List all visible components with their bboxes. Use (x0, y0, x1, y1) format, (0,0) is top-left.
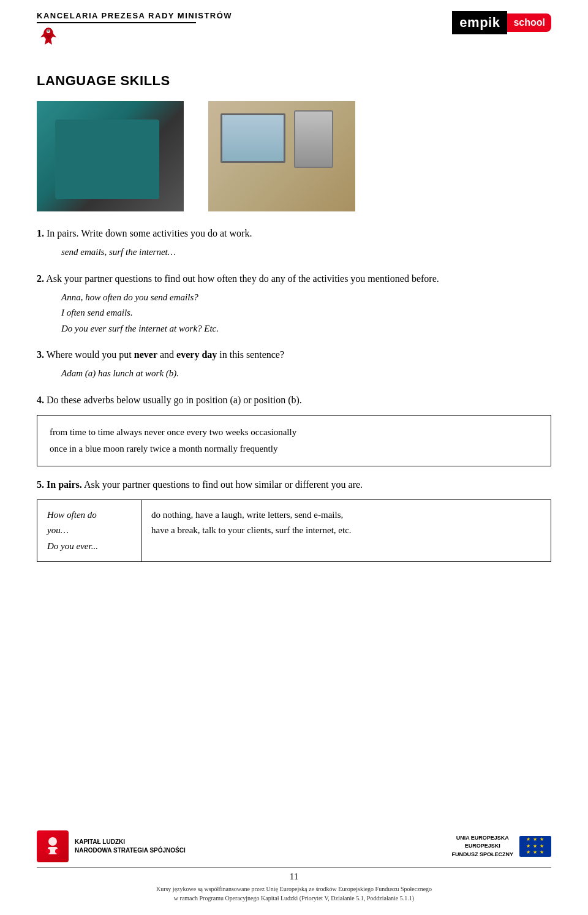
ex4-num: 4. (37, 395, 44, 405)
ex2-num: 2. (37, 273, 44, 284)
eu-flag: ★ ★ ★★ ★ ★★ ★ ★ (519, 836, 551, 857)
kapital-text: KAPITAŁ LUDZKI NARODOWA STRATEGIA SPÓJNO… (75, 838, 186, 855)
ex5-text: In pairs. Ask your partner questions to … (47, 479, 363, 490)
page-title: LANGUAGE SKILLS (37, 73, 551, 89)
kapital-line1: KAPITAŁ LUDZKI (75, 838, 186, 846)
empik-logo: empik school (452, 11, 551, 34)
ex2-line1: Anna, how often do you send emails? (61, 290, 551, 306)
cell-right-line1: do nothing, have a laugh, write letters,… (151, 510, 343, 520)
exercise-3: 3. Where would you put never and every d… (37, 347, 551, 382)
exercise-2-question: 2. Ask your partner questions to find ou… (37, 271, 551, 286)
cell-left-line3: Do you ever... (47, 541, 98, 551)
eagle-icon (37, 25, 60, 48)
ue-text: UNIA EUROPEJSKA EUROPEJSKI FUNDUSZ SPOŁE… (451, 834, 513, 859)
kapital-ludzki-logo: KAPITAŁ LUDZKI NARODOWA STRATEGIA SPÓJNO… (37, 830, 186, 862)
mouse-image (37, 101, 184, 211)
ex3-example: Adam (a) has lunch at work (b). (61, 366, 551, 382)
exercise-5-question: 5. In pairs. Ask your partner questions … (37, 477, 551, 492)
exercise-5: 5. In pairs. Ask your partner questions … (37, 477, 551, 563)
computer-image (208, 101, 355, 211)
kapital-symbol (42, 835, 64, 857)
ue-line1: UNIA EUROPEJSKA (451, 834, 513, 843)
header: KANCELARIA PREZESA RADY MINISTRÓW empik … (37, 0, 551, 55)
exercise-1: 1. In pairs. Write down some activities … (37, 226, 551, 260)
ex5-num: 5. (37, 479, 44, 490)
images-row (37, 101, 551, 211)
page-number: 11 (37, 871, 551, 882)
header-left: KANCELARIA PREZESA RADY MINISTRÓW (37, 11, 232, 48)
ex1-text: In pairs. Write down some activities you… (47, 228, 252, 238)
cell-right-line2: have a break, talk to your clients, surf… (151, 525, 352, 535)
exercise-4: 4. Do these adverbs below usually go in … (37, 393, 551, 466)
exercise-1-question: 1. In pairs. Write down some activities … (37, 226, 551, 241)
exercise-2: 2. Ask your partner questions to find ou… (37, 271, 551, 337)
ex3-text: Where would you put never and every day … (47, 349, 284, 360)
kapital-line2: NARODOWA STRATEGIA SPÓJNOŚCI (75, 846, 186, 855)
empik-text: empik (452, 11, 507, 34)
svg-point-8 (48, 837, 57, 846)
table-cell-left: How often do you… Do you ever... (37, 499, 141, 562)
adverbs-line1: from time to time always never once ever… (50, 424, 538, 441)
svg-point-6 (47, 29, 50, 32)
pair-table: How often do you… Do you ever... do noth… (37, 499, 551, 563)
table-cell-right: do nothing, have a laugh, write letters,… (141, 499, 551, 562)
adverbs-line2: once in a blue moon rarely twice a month… (50, 441, 538, 457)
ex2-text: Ask your partner questions to find out h… (46, 273, 439, 284)
adverbs-box: from time to time always never once ever… (37, 415, 551, 466)
cell-left-line1: How often do (47, 510, 97, 520)
exercise-4-question: 4. Do these adverbs below usually go in … (37, 393, 551, 408)
ex2-line3: Do you ever surf the internet at work? E… (61, 321, 551, 337)
ue-line3: FUNDUSZ SPOŁECZNY (451, 851, 513, 859)
ex1-num: 1. (37, 228, 44, 238)
ex1-example: send emails, surf the internet… (61, 245, 551, 260)
school-badge: school (507, 13, 551, 32)
kprm-logo-text: KANCELARIA PREZESA RADY MINISTRÓW (37, 11, 232, 20)
svg-point-10 (45, 849, 50, 854)
page: KANCELARIA PREZESA RADY MINISTRÓW empik … (0, 0, 588, 915)
table-row: How often do you… Do you ever... do noth… (37, 499, 551, 562)
exercise-3-question: 3. Where would you put never and every d… (37, 347, 551, 362)
eu-stars: ★ ★ ★★ ★ ★★ ★ ★ (526, 837, 545, 856)
footer-text-line1: Kursy językowe są współfinansowane przez… (37, 884, 551, 894)
ue-line2: EUROPEJSKI (451, 842, 513, 851)
cell-left-line2: you… (47, 525, 69, 535)
ue-logo: UNIA EUROPEJSKA EUROPEJSKI FUNDUSZ SPOŁE… (451, 834, 551, 859)
ex3-num: 3. (37, 349, 44, 360)
ex2-line2: I often send emails. (61, 305, 551, 321)
footer-divider (37, 867, 551, 868)
kapital-icon (37, 830, 69, 862)
footer-logos: KAPITAŁ LUDZKI NARODOWA STRATEGIA SPÓJNO… (37, 830, 551, 862)
footer-text-line2: w ramach Programu Operacyjnego Kapitał L… (37, 894, 551, 903)
header-right: empik school (452, 11, 551, 34)
ex4-text: Do these adverbs below usually go in pos… (47, 395, 302, 405)
header-line (37, 22, 196, 23)
svg-point-11 (55, 849, 60, 854)
footer: KAPITAŁ LUDZKI NARODOWA STRATEGIA SPÓJNO… (0, 830, 588, 903)
